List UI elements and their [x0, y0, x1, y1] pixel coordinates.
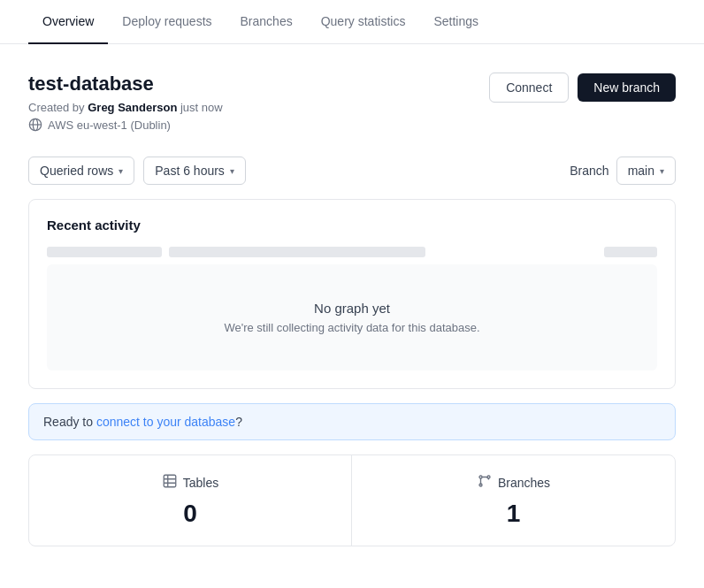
- time-dropdown[interactable]: Past 6 hours ▾: [143, 157, 246, 185]
- activity-card: Recent activity No graph yet We're still…: [28, 199, 676, 389]
- database-info: test-database Created by Greg Sanderson …: [28, 73, 223, 132]
- stats-grid: Tables 0 Branches 1: [28, 454, 676, 546]
- tables-label: Tables: [183, 476, 218, 490]
- activity-card-title: Recent activity: [47, 218, 657, 233]
- metric-chevron-icon: ▾: [119, 166, 123, 176]
- filter-bar: Queried rows ▾ Past 6 hours ▾ Branch mai…: [28, 157, 676, 185]
- top-nav: Overview Deploy requests Branches Query …: [0, 0, 704, 44]
- skeleton-row: [47, 247, 657, 257]
- no-graph-area: No graph yet We're still collecting acti…: [47, 264, 657, 370]
- branches-label: Branches: [498, 476, 550, 490]
- no-graph-subtitle: We're still collecting activity data for…: [224, 321, 479, 334]
- database-region: AWS eu-west-1 (Dublin): [28, 118, 223, 132]
- tables-icon: [162, 473, 178, 493]
- svg-rect-3: [164, 475, 176, 487]
- new-branch-button[interactable]: New branch: [578, 73, 676, 102]
- tables-value: 0: [183, 500, 197, 528]
- globe-icon: [28, 118, 42, 132]
- filter-right: Branch main ▾: [570, 157, 676, 185]
- banner-after-text: ?: [235, 415, 242, 429]
- tab-deploy-requests[interactable]: Deploy requests: [108, 0, 226, 44]
- connect-button[interactable]: Connect: [489, 73, 569, 103]
- metric-label: Queried rows: [40, 164, 113, 178]
- skeleton-bar-3: [604, 247, 657, 257]
- tab-query-statistics[interactable]: Query statistics: [307, 0, 420, 44]
- database-header: test-database Created by Greg Sanderson …: [28, 73, 676, 132]
- header-actions: Connect New branch: [489, 73, 676, 103]
- created-time-val: just now: [180, 101, 223, 114]
- database-creator-meta: Created by Greg Sanderson just now: [28, 101, 223, 114]
- branch-dropdown[interactable]: main ▾: [616, 157, 676, 185]
- branches-icon: [477, 473, 493, 493]
- created-by-label: Created by: [28, 101, 85, 114]
- tables-stat-header: Tables: [162, 473, 218, 493]
- branch-prefix-label: Branch: [570, 164, 608, 178]
- banner-connect-link[interactable]: connect to your database: [96, 415, 235, 429]
- filter-left: Queried rows ▾ Past 6 hours ▾: [28, 157, 246, 185]
- svg-point-7: [479, 476, 482, 478]
- branches-stat-header: Branches: [477, 473, 550, 493]
- branch-chevron-icon: ▾: [660, 166, 664, 176]
- region-text: AWS eu-west-1 (Dublin): [48, 118, 171, 132]
- no-graph-title: No graph yet: [314, 301, 390, 316]
- branches-value: 1: [507, 500, 521, 528]
- creator-name: Greg Sanderson: [88, 101, 177, 114]
- tab-branches[interactable]: Branches: [226, 0, 307, 44]
- main-content: test-database Created by Greg Sanderson …: [0, 44, 704, 568]
- info-banner: Ready to connect to your database?: [28, 403, 676, 440]
- banner-ready-text: Ready to: [43, 415, 93, 429]
- branch-value: main: [628, 164, 654, 178]
- tables-stat-cell: Tables 0: [29, 455, 352, 546]
- time-chevron-icon: ▾: [230, 166, 234, 176]
- tab-overview[interactable]: Overview: [28, 0, 108, 44]
- branches-stat-cell: Branches 1: [352, 455, 675, 546]
- time-label: Past 6 hours: [155, 164, 225, 178]
- skeleton-bar-2: [169, 247, 425, 257]
- tab-settings[interactable]: Settings: [419, 0, 493, 44]
- metric-dropdown[interactable]: Queried rows ▾: [28, 157, 134, 185]
- skeleton-bar-1: [47, 247, 162, 257]
- database-name: test-database: [28, 73, 223, 95]
